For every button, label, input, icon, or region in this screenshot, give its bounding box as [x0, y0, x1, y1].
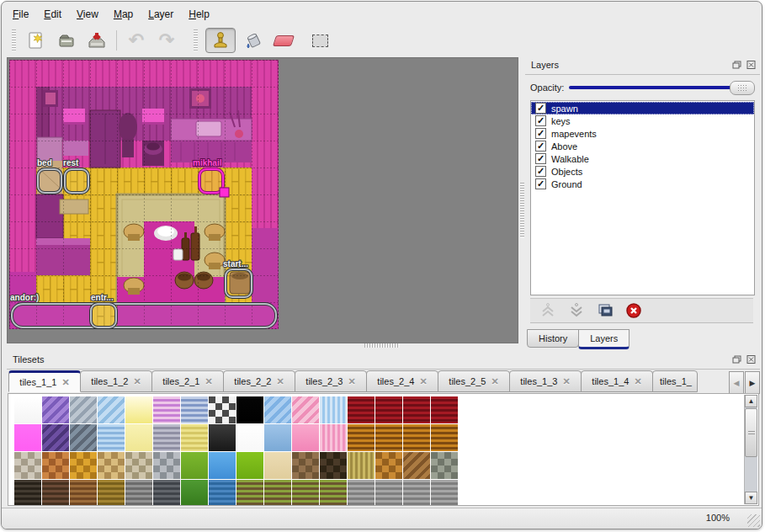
redo-button[interactable]: ↷ — [154, 29, 179, 52]
tile-3-15[interactable] — [431, 480, 458, 506]
tile-3-12[interactable] — [348, 480, 375, 506]
tile-1-13[interactable] — [375, 424, 402, 451]
stamp-brush-button[interactable] — [205, 28, 236, 53]
tile-0-10[interactable] — [292, 396, 319, 423]
new-map-button[interactable] — [24, 29, 49, 52]
bucket-fill-button[interactable] — [241, 29, 266, 52]
dock-tab-layers[interactable]: Layers — [578, 329, 630, 349]
tileset-tab-tiles_1_[interactable]: tiles_1_✕ — [652, 370, 698, 392]
tile-1-14[interactable] — [403, 424, 430, 451]
menu-edit[interactable]: Edit — [36, 6, 69, 23]
eraser-button[interactable] — [271, 29, 296, 52]
tab-scroll-left-button[interactable]: ◀ — [729, 371, 744, 394]
layer-visibility-checkbox[interactable]: ✓ — [535, 153, 546, 164]
layer-row-keys[interactable]: ✓keys — [531, 114, 754, 127]
tile-0-2[interactable] — [70, 396, 97, 423]
layer-visibility-checkbox[interactable]: ✓ — [535, 103, 546, 114]
tile-1-0[interactable] — [14, 424, 41, 451]
layer-visibility-checkbox[interactable]: ✓ — [535, 141, 546, 152]
open-button[interactable] — [54, 29, 79, 52]
tile-2-5[interactable] — [153, 452, 180, 479]
tile-2-6[interactable] — [181, 452, 208, 479]
layer-row-mapevents[interactable]: ✓mapevents — [531, 127, 754, 140]
tools-drag-handle[interactable] — [194, 29, 198, 51]
tile-0-4[interactable] — [125, 396, 152, 423]
tile-1-8[interactable] — [236, 424, 263, 451]
layer-row-Above[interactable]: ✓Above — [531, 140, 754, 152]
tile-1-12[interactable] — [348, 424, 375, 451]
tile-3-11[interactable] — [320, 480, 347, 506]
menu-layer[interactable]: Layer — [141, 6, 181, 23]
tileset-tab-tiles_1_3[interactable]: tiles_1_3✕ — [509, 370, 582, 392]
tab-close-icon[interactable]: ✕ — [491, 376, 498, 387]
resize-grip[interactable] — [747, 514, 760, 527]
palette-scrollbar[interactable]: ▲ ▼ — [744, 395, 757, 504]
tile-3-14[interactable] — [403, 480, 430, 506]
tile-1-6[interactable] — [181, 424, 208, 451]
rectangular-select-button[interactable] — [307, 29, 332, 52]
map-view[interactable]: bed rest mikhail start... andor:) entr..… — [7, 57, 518, 343]
layer-row-spawn[interactable]: ✓spawn — [531, 102, 754, 114]
tileset-tab-tiles_1_2[interactable]: tiles_1_2✕ — [80, 370, 152, 392]
tile-3-8[interactable] — [236, 480, 263, 506]
tile-3-4[interactable] — [125, 480, 152, 506]
tileset-tab-tiles_2_4[interactable]: tiles_2_4✕ — [366, 370, 438, 392]
tileset-tab-tiles_2_3[interactable]: tiles_2_3✕ — [295, 370, 367, 392]
tile-0-15[interactable] — [431, 396, 458, 423]
tile-2-9[interactable] — [264, 452, 291, 479]
tile-2-11[interactable] — [320, 452, 347, 479]
tile-0-13[interactable] — [375, 396, 402, 423]
tile-0-1[interactable] — [42, 396, 69, 423]
tile-1-15[interactable] — [431, 424, 458, 451]
raise-layer-button[interactable] — [539, 301, 557, 320]
tile-1-3[interactable] — [98, 424, 125, 451]
tile-1-11[interactable] — [320, 424, 347, 451]
close-tilesets-button[interactable] — [746, 354, 757, 364]
layer-visibility-checkbox[interactable]: ✓ — [535, 178, 546, 189]
tile-2-3[interactable] — [98, 452, 125, 479]
float-tilesets-button[interactable] — [731, 354, 742, 364]
close-panel-button[interactable] — [746, 60, 757, 70]
layer-visibility-checkbox[interactable]: ✓ — [535, 166, 546, 177]
tile-0-6[interactable] — [181, 396, 208, 423]
tile-1-10[interactable] — [292, 424, 319, 451]
tile-1-9[interactable] — [264, 424, 291, 451]
tile-3-6[interactable] — [181, 480, 208, 506]
scrollbar-thumb[interactable] — [745, 408, 757, 457]
tile-0-5[interactable] — [153, 396, 180, 423]
tileset-tab-tiles_1_4[interactable]: tiles_1_4✕ — [581, 370, 653, 392]
tab-close-icon[interactable]: ✕ — [205, 376, 212, 387]
menu-map[interactable]: Map — [106, 6, 141, 23]
tileset-tab-tiles_2_2[interactable]: tiles_2_2✕ — [223, 370, 295, 392]
dock-tab-history[interactable]: History — [527, 329, 579, 348]
tile-2-15[interactable] — [431, 452, 458, 479]
map-object-entrance-long[interactable] — [12, 304, 276, 327]
delete-layer-button[interactable] — [624, 301, 643, 320]
tile-2-4[interactable] — [125, 452, 152, 479]
object-resize-handle[interactable] — [220, 188, 229, 197]
tile-2-8[interactable] — [236, 452, 263, 479]
layer-row-Ground[interactable]: ✓Ground — [531, 178, 754, 190]
map-object-rest[interactable] — [65, 169, 88, 193]
float-panel-button[interactable] — [731, 60, 742, 70]
tab-close-icon[interactable]: ✕ — [133, 376, 141, 387]
tile-2-7[interactable] — [209, 452, 236, 479]
tile-3-2[interactable] — [70, 480, 97, 506]
opacity-slider-track[interactable] — [569, 86, 753, 89]
scroll-down-button[interactable]: ▼ — [745, 492, 757, 504]
map-object-bed[interactable] — [38, 169, 61, 193]
tile-0-14[interactable] — [403, 396, 430, 423]
layer-visibility-checkbox[interactable]: ✓ — [535, 128, 546, 139]
undo-button[interactable]: ↶ — [124, 29, 149, 52]
tile-2-14[interactable] — [403, 452, 430, 479]
tile-1-2[interactable] — [70, 424, 97, 451]
save-button[interactable] — [84, 29, 109, 52]
vertical-splitter-handle[interactable] — [520, 183, 524, 238]
tile-3-9[interactable] — [264, 480, 291, 506]
horizontal-splitter-handle[interactable] — [364, 343, 400, 348]
tile-1-4[interactable] — [125, 424, 152, 451]
tile-1-1[interactable] — [42, 424, 69, 451]
tile-0-11[interactable] — [320, 396, 347, 423]
tile-3-1[interactable] — [42, 480, 69, 506]
tab-close-icon[interactable]: ✕ — [419, 376, 427, 387]
